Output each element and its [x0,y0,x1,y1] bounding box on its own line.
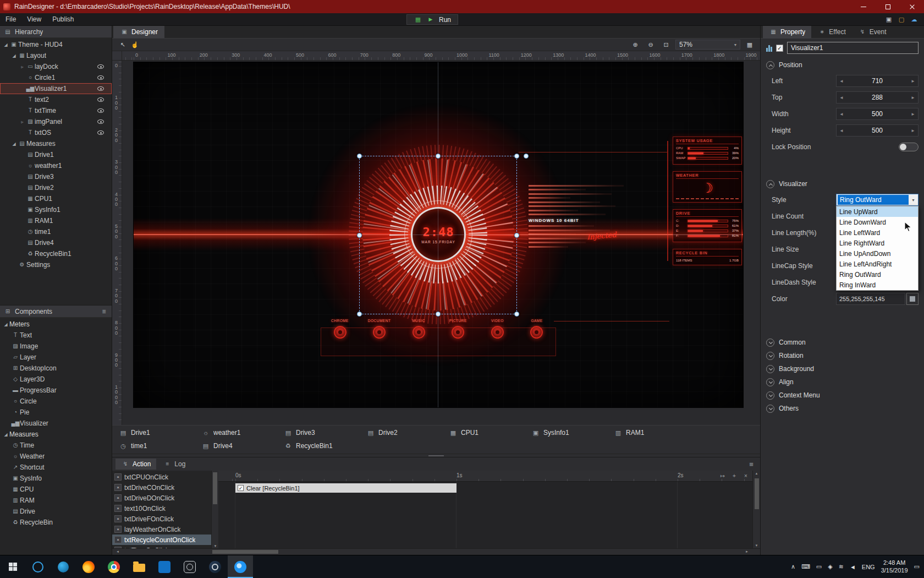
menu-publish[interactable]: Publish [47,13,79,25]
spinner-height[interactable]: ◄500► [836,124,919,137]
action-txtcpuonclick[interactable]: ×txtCPUOnClick [112,472,211,482]
tree-item-drive1[interactable]: ▤Drive1 [0,149,112,160]
menu-file[interactable]: File [0,13,21,25]
taskbar-camera-icon[interactable] [177,555,202,578]
tree-item-weather1[interactable]: ☼weather1 [0,160,112,171]
chevron-up-icon[interactable]: ∧ [791,563,795,570]
scrollbar-thumb[interactable] [755,478,759,509]
measure-chip-drive2[interactable]: ▤Drive2 [366,429,449,437]
dock-item-document[interactable]: DOCUMENT [364,319,395,339]
spin-decrement-icon[interactable]: ◄ [837,112,846,117]
tab-event[interactable]: ↯Event [852,26,893,39]
taskbar-chrome-icon[interactable] [101,555,127,578]
component-drive[interactable]: ▤Drive [0,506,112,517]
tree-item-imgpanel[interactable]: ▹▨imgPanel [0,116,112,127]
taskbar-clock[interactable]: 2:48 AM 3/15/2019 [881,559,908,575]
action-txtdrivefonclick[interactable]: ×txtDriveFOnClick [112,514,211,524]
measure-chip-drive3[interactable]: ▤Drive3 [284,429,366,437]
play-icon[interactable]: ▶ [426,17,435,22]
section-context-menu[interactable]: Context Menu [761,389,924,402]
component-pie[interactable]: ◔Pie [0,407,112,418]
taskbar-steam-icon[interactable] [202,555,228,578]
tree-item-text2[interactable]: Ttext2 [0,94,112,105]
tree-item-txttime[interactable]: TtxtTime [0,105,112,116]
minimize-button[interactable] [851,0,876,13]
selection-rectangle[interactable] [359,156,517,314]
save-icon[interactable]: ▣ [883,17,894,23]
measure-chip-cpu1[interactable]: ▦CPU1 [449,429,531,437]
component-ram[interactable]: ▥RAM [0,495,112,506]
component-progressbar[interactable]: ▬ProgressBar [0,385,112,396]
tree-item-layout[interactable]: ◢▦Layout [0,50,112,61]
add-action-icon[interactable]: + [730,473,739,479]
action-text10onclick[interactable]: ×text10OnClick [112,503,211,514]
measure-chip-ram1[interactable]: ▥RAM1 [614,429,696,437]
spinner-left[interactable]: ◄710► [836,75,919,87]
scrollbar-thumb[interactable] [212,550,278,554]
component-weather[interactable]: ☼Weather [0,451,112,462]
zoom-fit-icon[interactable]: ⊡ [660,42,672,48]
panel-splitter[interactable] [112,454,760,457]
section-common[interactable]: Common [761,336,924,349]
zoom-out-icon[interactable]: ⊖ [645,42,657,48]
style-option-ring-inward[interactable]: Ring InWard [837,280,918,290]
dock-item-picture[interactable]: PICTURE [442,319,474,339]
battery-icon[interactable]: ▭ [816,563,822,570]
component-group-measures[interactable]: ◢Measures [0,429,112,440]
action-list-scrollbar[interactable]: ▼ [211,471,218,548]
section-position[interactable]: Position [761,57,924,73]
scroll-up-icon[interactable]: ▲ [752,472,761,475]
scrollbar-thumb[interactable] [213,472,217,504]
action-menu-icon[interactable]: ≡ [747,461,756,468]
tree-item-measures[interactable]: ◢▤Measures [0,138,112,149]
style-option-line-upanddown[interactable]: Line UpAndDown [837,248,918,259]
component-time[interactable]: ◷Time [0,440,112,451]
selection-handle[interactable] [357,154,362,159]
section-others[interactable]: Others [761,402,924,415]
section-background[interactable]: Background [761,362,924,375]
delete-action-icon[interactable]: × [741,473,750,479]
expand-arrow-icon[interactable]: ◢ [10,141,18,146]
selection-handle[interactable] [514,233,519,238]
measure-chip-time1[interactable]: ◷time1 [119,442,201,450]
expand-arrow-icon[interactable]: ◢ [10,53,18,58]
tab-effect[interactable]: ∗Effect [811,26,851,39]
tree-item-theme-hud4[interactable]: ◢▣Theme - HUD4 [0,39,112,50]
publish-cloud-icon[interactable]: ☁ [909,17,920,23]
action-center-icon[interactable]: ▭ [914,563,920,570]
tab-log[interactable]: ≡Log [157,459,191,470]
taskbar-code-icon[interactable] [152,555,177,578]
selection-handle[interactable] [436,312,441,317]
event-checkbox[interactable]: ✓ [238,485,244,491]
taskbar-firefox-icon[interactable] [76,555,101,578]
eye-icon[interactable] [97,97,104,102]
tree-item-drive2[interactable]: ▤Drive2 [0,182,112,193]
volume-icon[interactable]: ◄ [850,564,856,570]
menu-view[interactable]: View [21,13,47,25]
zoom-in-icon[interactable]: ⊕ [629,42,641,48]
spin-decrement-icon[interactable]: ◄ [837,95,846,100]
tab-action[interactable]: ↯Action [116,459,156,470]
component-layer[interactable]: ▱Layer [0,352,112,363]
tree-item-ram1[interactable]: ▥RAM1 [0,215,112,226]
keyboard-icon[interactable]: ⌨ [801,563,810,570]
dock-item-video[interactable]: VIDEO [481,319,513,339]
timeline-event[interactable]: ✓ Clear [RecycleBin1] [235,483,457,493]
expand-arrow-icon[interactable]: ◢ [2,42,9,47]
style-option-line-leftward[interactable]: Line LeftWard [837,227,918,238]
canvas-wallpaper[interactable]: 2:48 MAR 15.FRIDAY WINDOWS 10 64BIT Inje… [134,62,743,407]
action-hscrollbar[interactable]: ◄ ► [112,548,760,555]
style-option-line-upward[interactable]: Line UpWard [837,206,918,217]
tree-item-txtos[interactable]: TtxtOS [0,127,112,138]
open-folder-icon[interactable]: ▢ [896,17,907,23]
maximize-button[interactable] [876,0,900,13]
spin-decrement-icon[interactable]: ◄ [837,128,846,133]
scroll-down-icon[interactable]: ▼ [752,544,761,547]
tree-item-recyclebin1[interactable]: ♻RecycleBin1 [0,248,112,259]
network-icon[interactable]: ≋ [839,563,844,570]
measure-chip-recyclebin1[interactable]: ♻RecycleBin1 [284,442,366,450]
language-indicator[interactable]: ENG [862,564,875,570]
start-button[interactable] [0,555,25,578]
spinner-width[interactable]: ◄500► [836,108,919,120]
tree-item-drive3[interactable]: ▤Drive3 [0,171,112,182]
